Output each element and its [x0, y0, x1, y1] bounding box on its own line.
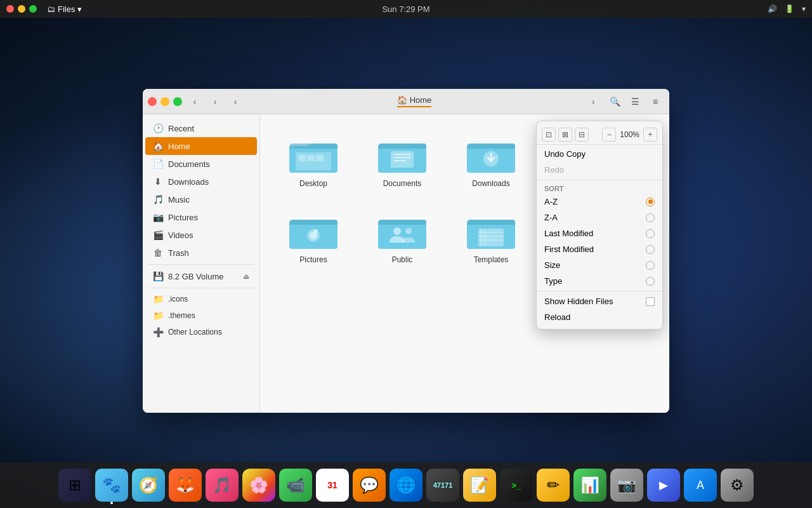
next-location-button[interactable]: ›	[586, 94, 601, 109]
sidebar-item-downloads[interactable]: ⬇ Downloads	[145, 173, 257, 190]
forward-button[interactable]: ›	[207, 94, 223, 109]
menu-sort-size[interactable]: Size	[537, 257, 662, 273]
notes-icon: 📝	[470, 476, 489, 494]
photos-icon: 🌸	[249, 476, 268, 494]
show-hidden-checkbox[interactable]	[646, 297, 655, 306]
dock-item-messenger[interactable]: 💬	[353, 469, 386, 502]
sidebar-item-volume[interactable]: 💾 8.2 GB Volume ⏏	[145, 267, 257, 285]
folder-downloads[interactable]: Downloads	[453, 130, 529, 193]
folder-pictures[interactable]: Pictures	[275, 206, 351, 269]
svg-rect-4	[298, 155, 306, 161]
dock-item-music[interactable]: 🎵	[206, 469, 239, 502]
prev-location-button[interactable]: ‹	[228, 94, 243, 109]
dock-item-terminal[interactable]: >_	[500, 469, 533, 502]
minimize-button[interactable]: −	[160, 97, 169, 106]
dock-item-photos[interactable]: 🌸	[242, 469, 275, 502]
music-icon: 🎵	[213, 476, 232, 494]
svg-rect-9	[391, 151, 414, 168]
main-content: Desktop Documents	[260, 114, 669, 413]
sidebar-item-other-locations[interactable]: ➕ Other Locations	[145, 324, 257, 340]
dock-item-firefox[interactable]: 🦊	[169, 469, 202, 502]
dock-item-edge[interactable]: 🌐	[390, 469, 422, 502]
sidebar-item-documents[interactable]: 📄 Documents	[145, 155, 257, 173]
launchpad-icon: ⊞	[69, 476, 81, 494]
dock-item-notes[interactable]: 📝	[463, 469, 496, 502]
search-button[interactable]: 🔍	[606, 93, 624, 110]
menu-reload[interactable]: Reload	[537, 309, 662, 325]
sidebar-item-music[interactable]: 🎵 Music	[145, 190, 257, 208]
zoom-minus-button[interactable]: −	[602, 128, 616, 142]
menu-sort-az[interactable]: A-Z	[537, 194, 662, 210]
sidebar-item-themes[interactable]: 📁 .themes	[145, 307, 257, 324]
dock-item-calendar[interactable]: 31	[316, 469, 349, 502]
traffic-light-yellow	[18, 5, 25, 13]
dock-item-finder[interactable]: 🐾	[95, 469, 128, 502]
sidebar-label-music: Music	[168, 195, 190, 204]
menu-undo-copy[interactable]: Undo Copy	[537, 146, 662, 162]
dock-item-syspref[interactable]: ⚙	[721, 469, 754, 502]
zoom-icon-3[interactable]: ⊟	[575, 128, 589, 142]
close-button[interactable]: ×	[148, 97, 157, 106]
finder-active-dot	[110, 502, 113, 504]
safari-icon: 🧭	[139, 476, 158, 494]
dock-item-camera[interactable]: 📷	[610, 469, 643, 502]
sidebar-label-videos: Videos	[168, 231, 193, 240]
sidebar-item-home[interactable]: 🏠 Home	[145, 137, 257, 155]
sidebar-item-recent[interactable]: 🕐 Recent	[145, 119, 257, 137]
folder-desktop[interactable]: Desktop	[275, 130, 351, 193]
folder-downloads-label: Downloads	[472, 179, 509, 188]
menu-sort-last-modified[interactable]: Last Modified	[537, 225, 662, 241]
menu-sort-first-modified[interactable]: First Modified	[537, 241, 662, 257]
dock-item-launchpad[interactable]: ⊞	[58, 469, 91, 502]
list-view-button[interactable]: ☰	[626, 93, 644, 110]
menu-button[interactable]: ≡	[646, 93, 664, 110]
folder-pictures-label: Pictures	[299, 255, 327, 264]
camera-icon: 📷	[617, 476, 636, 494]
radio-size	[646, 261, 655, 270]
titlebar-actions: 🔍 ☰ ≡	[606, 93, 664, 110]
dock: ⊞ 🐾 🧭 🦊 🎵 🌸 📹 31 💬 🌐 47171 📝 >_ ✏ 📊	[0, 462, 812, 508]
folder-downloads-icon	[466, 135, 516, 175]
menu-sort-type[interactable]: Type	[537, 273, 662, 289]
menubar-clock: Sun 7:29 PM	[382, 4, 429, 14]
menu-show-hidden[interactable]: Show Hidden Files	[537, 293, 662, 309]
dock-item-stats[interactable]: 47171	[426, 469, 459, 502]
zoom-icon-1[interactable]: ⊡	[542, 128, 556, 142]
sidebar: 🕐 Recent 🏠 Home 📄 Documents ⬇ Downloads …	[143, 114, 260, 413]
dock-item-numbers[interactable]: 📊	[573, 469, 606, 502]
window-body: 🕐 Recent 🏠 Home 📄 Documents ⬇ Downloads …	[143, 114, 669, 413]
svg-rect-6	[316, 155, 324, 161]
menubar: 🗂 Files ▾ Sun 7:29 PM 🔊 🔋 ▾	[0, 0, 812, 18]
themes-folder-icon: 📁	[153, 311, 163, 321]
finder-icon: 🐾	[102, 476, 121, 494]
folder-templates[interactable]: Templates	[453, 206, 529, 269]
sidebar-item-icons[interactable]: 📁 .icons	[145, 291, 257, 307]
keynote-icon: ▶	[659, 478, 668, 492]
sidebar-item-trash[interactable]: 🗑 Trash	[145, 244, 257, 262]
sidebar-label-recent: Recent	[168, 124, 194, 133]
dock-item-keynote[interactable]: ▶	[647, 469, 680, 502]
back-button[interactable]: ‹	[187, 94, 202, 109]
dock-item-facetime[interactable]: 📹	[279, 469, 312, 502]
dock-item-appstore[interactable]: A	[684, 469, 717, 502]
maximize-button[interactable]: □	[173, 97, 182, 106]
radio-az	[646, 197, 655, 206]
svg-rect-27	[478, 229, 504, 246]
dock-item-pencil[interactable]: ✏	[537, 469, 570, 502]
eject-icon[interactable]: ⏏	[243, 272, 249, 281]
volume-icon: 🔊	[768, 4, 777, 13]
menu-separator-2	[537, 291, 662, 291]
home-icon: 🏠	[397, 95, 407, 105]
dock-item-safari[interactable]: 🧭	[132, 469, 165, 502]
zoom-icon-2[interactable]: ⊠	[558, 128, 572, 142]
zoom-plus-button[interactable]: +	[643, 128, 657, 142]
traffic-light-green	[29, 5, 37, 13]
sidebar-item-pictures[interactable]: 📷 Pictures	[145, 208, 257, 226]
breadcrumb-home[interactable]: 🏠 Home	[397, 95, 432, 107]
folder-documents[interactable]: Documents	[364, 130, 440, 193]
menu-sort-za[interactable]: Z-A	[537, 210, 662, 225]
folder-public[interactable]: Public	[364, 206, 440, 269]
sidebar-item-videos[interactable]: 🎬 Videos	[145, 226, 257, 244]
menubar-app-name[interactable]: 🗂 Files ▾	[47, 4, 82, 14]
folder-public-icon	[377, 211, 428, 251]
